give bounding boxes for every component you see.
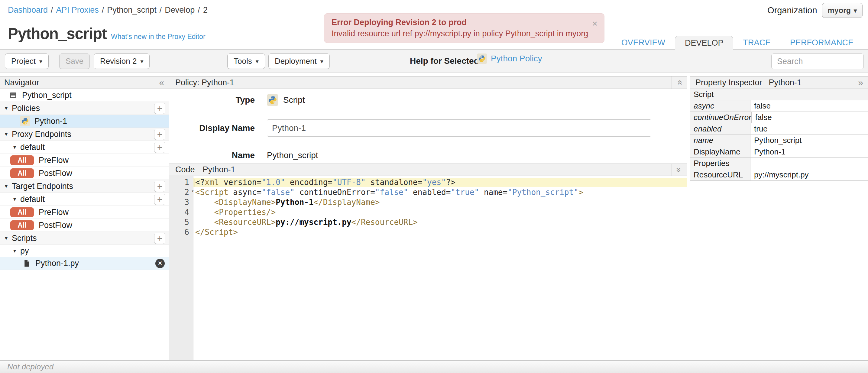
name-value: Python_script (267, 151, 318, 160)
whats-new-link[interactable]: What's new in the Proxy Editor (111, 33, 205, 41)
code-line[interactable]: 1<?xml version="1.0" encoding="UTF-8" st… (169, 177, 687, 187)
code-line[interactable]: 4 <Properties/> (169, 207, 687, 217)
breadcrumb-link-api-proxies[interactable]: API Proxies (56, 5, 99, 14)
triangle-down-icon: ▾ (13, 248, 16, 254)
property-value: py://myscript.py (750, 169, 868, 181)
code-lines: 1<?xml version="1.0" encoding="UTF-8" st… (169, 176, 687, 237)
caret-down-icon: ▾ (854, 7, 857, 14)
breadcrumb-item-revision: 2 (203, 5, 208, 14)
expand-panel-icon[interactable]: » (853, 76, 868, 89)
navigator-panel: Navigator « Python_script ▾ Policies + P… (0, 76, 169, 360)
tab-develop[interactable]: DEVELOP (675, 36, 734, 50)
nav-item-proxy-preflow[interactable]: All PreFlow (0, 154, 169, 167)
nav-section-scripts[interactable]: ▾ Scripts + (0, 232, 169, 245)
add-target-endpoint-button[interactable]: + (154, 181, 165, 192)
expand-down-icon[interactable]: » (672, 164, 687, 176)
add-flow-button[interactable]: + (154, 194, 165, 205)
all-badge: All (10, 155, 34, 165)
code-line[interactable]: 6</Script> (169, 227, 687, 237)
property-key: async (690, 100, 750, 112)
property-row: name Python_script (690, 135, 868, 146)
nav-item-policy-python-1[interactable]: Python-1 (0, 115, 169, 128)
property-key: continueOnError (690, 112, 752, 123)
property-row: DisplayName Python-1 (690, 146, 868, 158)
property-value: Python_script (750, 135, 868, 146)
organization-select[interactable]: myorg ▾ (822, 3, 863, 18)
property-key: name (690, 135, 750, 146)
breadcrumb-separator: / (51, 5, 53, 14)
page-title-row: Python_script What's new in the Proxy Ed… (8, 25, 206, 42)
code-line[interactable]: 3 <DisplayName>Python-1</DisplayName> (169, 197, 687, 207)
tools-menu-button[interactable]: Tools▾ (227, 54, 265, 69)
python-icon (20, 116, 30, 126)
triangle-down-icon: ▾ (5, 105, 7, 112)
tab-bar: OVERVIEW DEVELOP TRACE PERFORMANCE (612, 36, 863, 50)
property-row: enabled true (690, 123, 868, 135)
help-for-selected-label: Help for Selected (410, 56, 479, 66)
tab-trace[interactable]: TRACE (733, 36, 780, 50)
proxy-editor-page: Dashboard/API Proxies/Python_script/Deve… (0, 0, 868, 373)
nav-item-target-postflow[interactable]: All PostFlow (0, 219, 169, 232)
add-proxy-endpoint-button[interactable]: + (154, 129, 165, 140)
add-flow-button[interactable]: + (154, 142, 165, 153)
property-key: Properties (690, 158, 750, 169)
nav-item-proxy-endpoint-default[interactable]: ▾ default + (0, 141, 169, 154)
line-number: 1 (169, 178, 193, 187)
tab-performance[interactable]: PERFORMANCE (780, 36, 863, 50)
deployment-status: Not deployed (7, 362, 54, 372)
property-inspector-subject: Python-1 (769, 78, 802, 87)
nav-item-proxy-postflow[interactable]: All PostFlow (0, 167, 169, 180)
caret-down-icon: ▾ (140, 58, 143, 65)
nav-item-target-endpoint-default[interactable]: ▾ default + (0, 193, 169, 206)
property-inspector-header: Property Inspector Python-1 » (690, 76, 868, 89)
add-policy-button[interactable]: + (154, 103, 165, 114)
nav-section-proxy-endpoints[interactable]: ▾ Proxy Endpoints + (0, 128, 169, 141)
triangle-down-icon: ▾ (13, 144, 16, 151)
close-icon[interactable]: × (592, 19, 597, 28)
code-line[interactable]: 5 <ResourceURL>py://myscript.py</Resourc… (169, 217, 687, 227)
deployment-menu-button[interactable]: Deployment▾ (268, 54, 330, 69)
breadcrumb: Dashboard/API Proxies/Python_script/Deve… (8, 5, 208, 15)
line-number: 6 (169, 228, 193, 237)
all-badge: All (10, 207, 34, 217)
delete-script-icon[interactable]: ✕ (155, 259, 165, 268)
nav-section-policies[interactable]: ▾ Policies + (0, 102, 169, 115)
line-number: 2▾ (169, 188, 193, 197)
breadcrumb-item-proxy: Python_script (107, 5, 157, 14)
line-number: 5 (169, 218, 193, 227)
project-menu-button[interactable]: Project▾ (5, 54, 49, 69)
python-policy-help-link[interactable]: Python Policy (477, 54, 542, 64)
python-icon (267, 94, 278, 106)
triangle-down-icon: ▾ (5, 183, 7, 189)
breadcrumb-link-dashboard[interactable]: Dashboard (8, 5, 48, 14)
save-button[interactable]: Save (59, 54, 90, 69)
caret-down-icon: ▾ (256, 58, 259, 65)
status-bar: Not deployed (0, 360, 868, 373)
organization-label: Organization (767, 5, 817, 15)
display-name-input[interactable] (267, 119, 651, 136)
property-row: Properties (690, 158, 868, 169)
error-banner: Error Deploying Revision 2 to prod Inval… (324, 13, 604, 43)
nav-item-proxy-root[interactable]: Python_script (0, 89, 169, 102)
triangle-down-icon: ▾ (5, 235, 7, 242)
add-script-button[interactable]: + (154, 233, 165, 244)
property-row: ResourceURL py://myscript.py (690, 169, 868, 181)
text-cursor (195, 179, 195, 187)
breadcrumb-separator: / (102, 5, 104, 14)
property-value (750, 158, 868, 169)
property-inspector-panel: Property Inspector Python-1 » Script asy… (690, 76, 868, 360)
collapse-up-icon[interactable]: » (672, 76, 687, 89)
page-title: Python_script (8, 25, 107, 42)
nav-item-target-preflow[interactable]: All PreFlow (0, 206, 169, 219)
breadcrumb-separator: / (198, 5, 200, 14)
collapse-panel-icon[interactable]: « (154, 76, 169, 89)
line-number: 4 (169, 208, 193, 217)
code-editor[interactable]: 1<?xml version="1.0" encoding="UTF-8" st… (169, 176, 687, 361)
search-input[interactable] (771, 54, 864, 69)
code-line[interactable]: 2▾<Script async="false" continueOnError=… (169, 187, 687, 197)
nav-item-scripts-folder-py[interactable]: ▾ py (0, 245, 169, 257)
nav-section-target-endpoints[interactable]: ▾ Target Endpoints + (0, 180, 169, 193)
tab-overview[interactable]: OVERVIEW (612, 36, 675, 50)
nav-item-script-file[interactable]: Python-1.py ✕ (0, 257, 169, 270)
revision-menu-button[interactable]: Revision 2▾ (94, 54, 150, 69)
